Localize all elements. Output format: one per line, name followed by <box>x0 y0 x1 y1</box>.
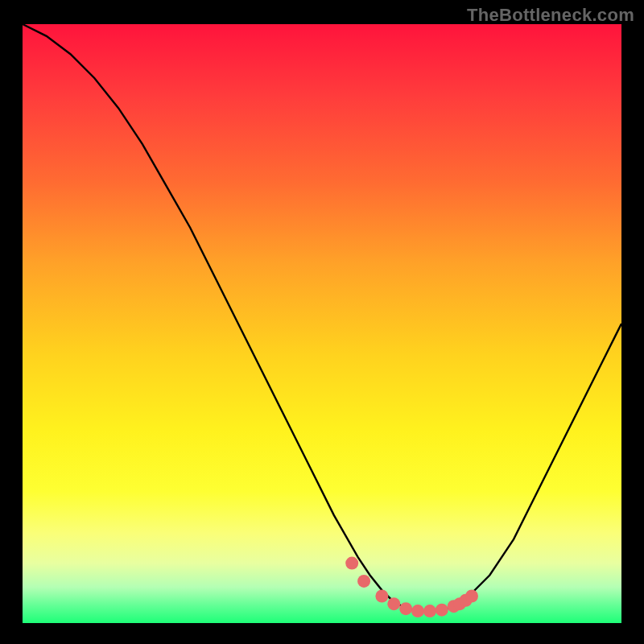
highlight-point <box>436 604 448 617</box>
highlight-point <box>357 575 370 588</box>
chart-overlay <box>23 24 621 623</box>
highlight-point <box>423 605 436 617</box>
bottleneck-curve <box>23 24 621 611</box>
highlight-point <box>465 590 478 603</box>
chart-frame: TheBottleneck.com <box>0 0 644 644</box>
highlight-point <box>399 602 412 615</box>
highlight-points-group <box>345 557 478 618</box>
highlight-point <box>411 605 424 617</box>
highlight-point <box>387 597 400 610</box>
highlight-point <box>375 590 388 603</box>
watermark-label: TheBottleneck.com <box>467 5 634 26</box>
highlight-point <box>345 557 358 570</box>
